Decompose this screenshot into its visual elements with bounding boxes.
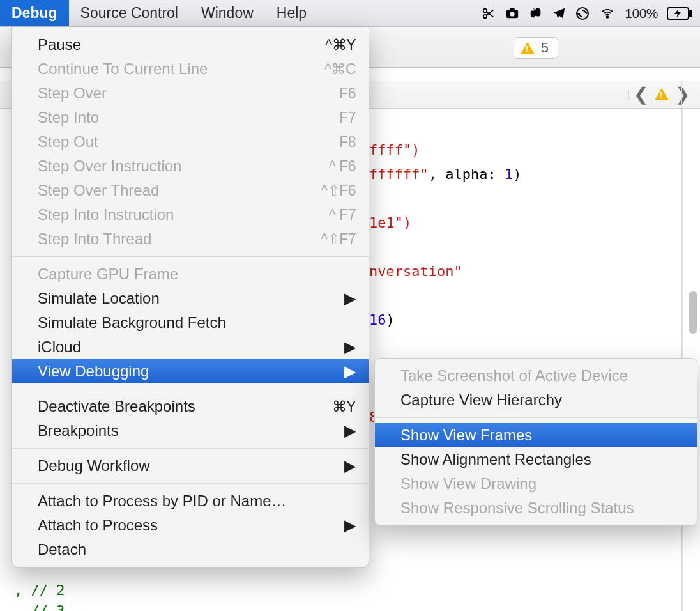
submenu-item-show-view-drawing: Show View Drawing — [375, 472, 697, 496]
menu-item-label: Take Screenshot of Active Device — [400, 367, 684, 385]
submenu-item-capture-view-hierarchy[interactable]: Capture View Hierarchy — [375, 388, 697, 412]
menu-item-breakpoints[interactable]: Breakpoints ▶ — [12, 419, 369, 443]
menu-item-label: View Debugging — [38, 362, 344, 380]
menubar-item-help[interactable]: Help — [265, 0, 318, 26]
code-token: 16 — [369, 312, 386, 328]
nav-forward-icon[interactable]: ❯ — [673, 84, 692, 105]
camera-icon[interactable] — [505, 0, 520, 26]
menu-item-label: Step Into Instruction — [38, 206, 329, 224]
menu-item-attach-to-process-by-pid[interactable]: Attach to Process by PID or Name… — [12, 489, 369, 513]
menu-item-label: Debug Workflow — [38, 457, 344, 475]
menu-item-step-into-instruction: Step Into Instruction ^ F7 — [12, 203, 369, 227]
menu-item-step-over-thread: Step Over Thread ^⇧F6 — [12, 178, 369, 203]
menu-item-shortcut: ^⌘C — [324, 61, 356, 78]
menu-separator — [375, 417, 697, 418]
code-token: , // 3 — [14, 603, 65, 611]
menu-item-icloud[interactable]: iCloud ▶ — [12, 335, 369, 359]
svg-point-0 — [483, 8, 487, 12]
menu-item-debug-workflow[interactable]: Debug Workflow ▶ — [12, 454, 369, 478]
menu-item-label: Deactivate Breakpoints — [38, 398, 332, 415]
evernote-icon[interactable] — [529, 0, 543, 26]
menu-item-label: Attach to Process — [38, 516, 344, 534]
submenu-item-show-alignment-rectangles[interactable]: Show Alignment Rectangles — [375, 447, 697, 472]
menu-item-shortcut: ⌘Y — [332, 398, 356, 415]
sync-icon[interactable] — [575, 0, 590, 26]
menu-item-step-into: Step Into F7 — [12, 105, 369, 130]
code-token: ffff") — [369, 142, 420, 158]
submenu-arrow-icon: ▶ — [344, 457, 356, 475]
menu-item-label: Breakpoints — [38, 422, 344, 440]
submenu-arrow-icon: ▶ — [344, 516, 356, 534]
menu-item-label: Capture GPU Frame — [38, 265, 356, 283]
menu-item-label: Show View Frames — [400, 426, 684, 444]
submenu-arrow-icon: ▶ — [344, 422, 356, 440]
menu-item-deactivate-breakpoints[interactable]: Deactivate Breakpoints ⌘Y — [12, 394, 369, 419]
nav-back-icon[interactable]: ❮ — [631, 84, 651, 105]
menu-item-label: Capture View Hierarchy — [400, 391, 684, 409]
menu-item-label: Simulate Background Fetch — [38, 314, 356, 332]
scissors-icon[interactable] — [482, 0, 496, 26]
wifi-icon[interactable] — [599, 0, 616, 26]
code-token: ) — [386, 312, 395, 328]
warnings-count: 5 — [541, 40, 549, 56]
menu-item-shortcut: F7 — [339, 109, 356, 127]
menu-separator — [12, 448, 369, 449]
svg-rect-6 — [510, 8, 515, 10]
menu-item-pause[interactable]: Pause ^⌘Y — [12, 33, 369, 57]
menu-item-label: Step Over Thread — [38, 182, 321, 199]
menu-item-attach-to-process[interactable]: Attach to Process ▶ — [12, 513, 369, 538]
menu-item-detach[interactable]: Detach — [12, 538, 369, 562]
menu-item-label: Pause — [38, 36, 325, 54]
warning-triangle-icon — [655, 88, 669, 100]
submenu-arrow-icon: ▶ — [344, 362, 356, 380]
menu-item-shortcut: ^ F7 — [329, 206, 356, 224]
menu-item-shortcut: ^⌘Y — [325, 36, 356, 54]
submenu-arrow-icon: ▶ — [344, 290, 356, 307]
menu-item-label: Detach — [38, 541, 356, 559]
svg-rect-10 — [689, 11, 692, 16]
menu-item-simulate-background-fetch[interactable]: Simulate Background Fetch — [12, 311, 369, 335]
submenu-item-take-screenshot: Take Screenshot of Active Device — [375, 364, 697, 388]
menu-item-step-over: Step Over F6 — [12, 81, 369, 105]
menu-item-label: Step Over — [38, 84, 339, 102]
code-token: ) — [513, 166, 521, 182]
menu-item-continue-to-current-line: Continue To Current Line ^⌘C — [12, 57, 369, 81]
menu-item-simulate-location[interactable]: Simulate Location ▶ — [12, 286, 369, 311]
menu-item-capture-gpu-frame: Capture GPU Frame — [12, 262, 369, 286]
submenu-item-show-view-frames[interactable]: Show View Frames — [375, 423, 697, 447]
code-token: 1e1") — [369, 215, 411, 231]
code-token: , alpha: — [429, 166, 505, 182]
svg-point-8 — [607, 16, 609, 18]
menu-item-label: Attach to Process by PID or Name… — [38, 492, 356, 510]
menu-item-shortcut: ^ F6 — [329, 158, 356, 175]
code-token: ffffff" — [369, 166, 429, 182]
menubar-item-source-control[interactable]: Source Control — [69, 0, 190, 26]
menu-item-shortcut: F6 — [339, 85, 356, 102]
battery-charging-icon[interactable] — [667, 0, 692, 26]
menu-item-label: Show Alignment Rectangles — [400, 451, 684, 468]
menu-item-label: Step Over Instruction — [38, 157, 329, 175]
menu-item-shortcut: ^⇧F6 — [321, 182, 356, 199]
menu-item-label: Show View Drawing — [400, 475, 684, 493]
view-debugging-submenu: Take Screenshot of Active Device Capture… — [374, 358, 697, 526]
menu-item-label: Continue To Current Line — [38, 60, 324, 78]
menu-item-view-debugging[interactable]: View Debugging ▶ — [12, 359, 369, 383]
menu-item-shortcut: F8 — [339, 134, 356, 151]
menu-item-label: Simulate Location — [38, 290, 344, 307]
warnings-badge[interactable]: 5 — [514, 37, 558, 59]
menubar-item-window[interactable]: Window — [190, 0, 265, 26]
nav-arrows: | ❮ ❯ — [627, 81, 692, 108]
code-editor-bottom: , // 2 , // 3 — [14, 580, 65, 611]
menubar-item-debug[interactable]: Debug — [0, 0, 69, 26]
telegram-icon[interactable] — [552, 0, 566, 26]
code-token: nversation" — [369, 263, 462, 279]
menu-item-shortcut: ^⇧F7 — [321, 231, 356, 248]
menu-item-label: iCloud — [38, 338, 344, 356]
menu-item-step-into-thread: Step Into Thread ^⇧F7 — [12, 227, 369, 251]
svg-point-1 — [483, 14, 487, 18]
battery-percent-label: 100% — [625, 0, 658, 26]
submenu-arrow-icon: ▶ — [344, 338, 356, 356]
menu-item-label: Step Into Thread — [38, 230, 321, 248]
menu-separator — [12, 389, 369, 389]
submenu-item-show-responsive-scrolling-status: Show Responsive Scrolling Status — [375, 496, 697, 520]
